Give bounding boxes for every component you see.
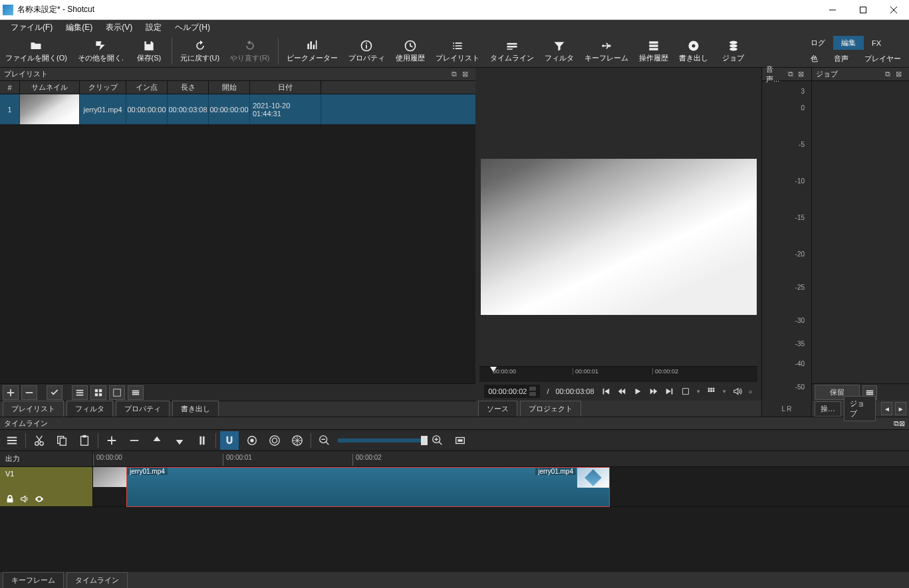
history-button[interactable]: 操作履歴 xyxy=(634,35,674,68)
timeline-button[interactable]: タイムライン xyxy=(485,35,539,68)
hide-icon[interactable] xyxy=(35,494,44,504)
zoom-fit-button[interactable] xyxy=(451,431,469,450)
remove-button[interactable] xyxy=(125,431,144,450)
check-button[interactable] xyxy=(47,385,63,400)
tab-source[interactable]: ソース xyxy=(478,401,517,417)
tab-ops[interactable]: 操… xyxy=(815,401,841,417)
menu-settings[interactable]: 設定 xyxy=(139,21,168,35)
dropdown-icon[interactable]: ▾ xyxy=(697,388,700,395)
close-panel-icon[interactable]: ⊠ xyxy=(462,70,471,79)
tab-project[interactable]: プロジェクト xyxy=(520,401,581,417)
undock-icon[interactable]: ⧉ xyxy=(452,70,461,79)
properties-button[interactable]: プロパティ xyxy=(343,35,390,68)
remove-button[interactable] xyxy=(21,385,37,400)
tab-jobs[interactable]: ジョブ xyxy=(844,396,876,421)
lock-icon[interactable] xyxy=(5,494,15,504)
copy-button[interactable] xyxy=(53,431,71,450)
play-button[interactable] xyxy=(633,387,642,396)
split-button[interactable] xyxy=(193,431,211,450)
tab-log[interactable]: ログ xyxy=(803,36,833,50)
lift-button[interactable] xyxy=(148,431,166,450)
maximize-button[interactable] xyxy=(848,0,878,20)
export-button[interactable]: 書き出し xyxy=(674,35,714,68)
peakmeter-button[interactable]: ピークメーター xyxy=(281,35,343,68)
video-preview[interactable] xyxy=(481,159,757,315)
zoom-in-button[interactable] xyxy=(428,431,447,450)
undock-icon[interactable]: ⧉ xyxy=(788,70,797,79)
save-button[interactable]: 保存(S) xyxy=(129,35,169,68)
grid-view-button[interactable] xyxy=(90,385,106,400)
zoom-button[interactable] xyxy=(681,387,690,396)
cut-button[interactable] xyxy=(30,431,49,450)
tab-timeline[interactable]: タイムライン xyxy=(66,572,128,588)
undock-icon[interactable]: ⧉ xyxy=(894,419,899,428)
menu-view[interactable]: 表示(V) xyxy=(99,21,139,35)
close-panel-icon[interactable]: ⊠ xyxy=(899,419,905,428)
tab-filter[interactable]: フィルタ xyxy=(66,401,113,417)
col-start[interactable]: 開始 xyxy=(209,81,250,94)
more-icon[interactable]: » xyxy=(749,387,753,395)
timeline-clip[interactable]: jerry01.mp4 jerry01.mp4 xyxy=(126,467,610,507)
timeline-ruler[interactable]: 00:00:00 00:00:01 00:00:02 xyxy=(93,451,909,466)
forward-button[interactable] xyxy=(649,387,658,396)
minimize-button[interactable] xyxy=(817,0,848,20)
tab-properties[interactable]: プロパティ xyxy=(116,401,170,417)
list-view-button[interactable] xyxy=(72,385,88,400)
clip-thumb-start[interactable] xyxy=(93,467,126,487)
slider-handle[interactable] xyxy=(421,436,428,445)
tab-color[interactable]: 色 xyxy=(803,52,826,66)
tab-playlist[interactable]: プレイリスト xyxy=(3,401,64,417)
zoom-out-button[interactable] xyxy=(315,431,334,450)
playlist-button[interactable]: プレイリスト xyxy=(430,35,485,68)
track-body[interactable]: jerry01.mp4 jerry01.mp4 xyxy=(93,467,909,506)
menu-file[interactable]: ファイル(F) xyxy=(4,21,59,35)
undock-icon[interactable]: ⧉ xyxy=(885,70,894,79)
filter-button[interactable]: フィルタ xyxy=(539,35,579,68)
mute-icon[interactable] xyxy=(20,494,29,504)
ripple-all-button[interactable] xyxy=(288,431,307,450)
output-label[interactable]: 出力 xyxy=(0,451,93,466)
detail-view-button[interactable] xyxy=(109,385,125,400)
player-scrubber[interactable]: 00:00:00 00:00:01 00:00:02 xyxy=(479,366,757,382)
add-button[interactable] xyxy=(3,385,19,400)
close-button[interactable] xyxy=(878,0,909,20)
append-button[interactable] xyxy=(102,431,121,450)
volume-button[interactable] xyxy=(733,387,742,396)
skip-prev-button[interactable] xyxy=(601,387,610,396)
paste-button[interactable] xyxy=(75,431,94,450)
scroll-left-button[interactable]: ◄ xyxy=(881,402,892,415)
col-thumb[interactable]: サムネイル xyxy=(20,81,80,94)
menu-help[interactable]: ヘルプ(H) xyxy=(168,21,217,35)
tab-export[interactable]: 書き出し xyxy=(172,401,219,417)
tab-keyframe[interactable]: キーフレーム xyxy=(3,572,64,588)
tl-menu-button[interactable] xyxy=(3,431,21,450)
redo-button[interactable]: やり直す(R) xyxy=(225,35,275,68)
close-panel-icon[interactable]: ⊠ xyxy=(798,70,807,79)
position-timecode[interactable]: 00:00:00:02 xyxy=(488,387,527,395)
open-file-button[interactable]: ファイルを開く(O) xyxy=(0,35,72,68)
recent-button[interactable]: 使用履歴 xyxy=(390,35,430,68)
col-date[interactable]: 日付 xyxy=(250,81,321,94)
menu-edit[interactable]: 編集(E) xyxy=(59,21,99,35)
col-len[interactable]: 長さ xyxy=(168,81,209,94)
tab-edit[interactable]: 編集 xyxy=(833,36,864,50)
col-index[interactable]: # xyxy=(0,81,20,94)
tab-player[interactable]: プレイヤー xyxy=(856,52,909,66)
ripple-button[interactable] xyxy=(265,431,284,450)
dropdown-icon[interactable]: ▾ xyxy=(723,388,726,395)
snap-button[interactable] xyxy=(220,431,239,450)
scrub-button[interactable] xyxy=(243,431,261,450)
zoom-slider[interactable] xyxy=(338,439,424,442)
open-other-button[interactable]: その他を開く. xyxy=(72,35,129,68)
jobs-button[interactable]: ジョブ xyxy=(714,35,753,68)
overwrite-button[interactable] xyxy=(170,431,189,450)
tab-fx[interactable]: FX xyxy=(864,37,889,49)
undo-button[interactable]: 元に戻す(U) xyxy=(175,35,225,68)
timecode-spinner[interactable] xyxy=(529,386,536,397)
skip-next-button[interactable] xyxy=(665,387,674,396)
grid-button[interactable] xyxy=(707,387,716,396)
track-header[interactable]: V1 xyxy=(0,467,93,506)
col-clip[interactable]: クリップ xyxy=(80,81,126,94)
menu-button[interactable] xyxy=(128,385,144,400)
col-in[interactable]: イン点 xyxy=(126,81,168,94)
